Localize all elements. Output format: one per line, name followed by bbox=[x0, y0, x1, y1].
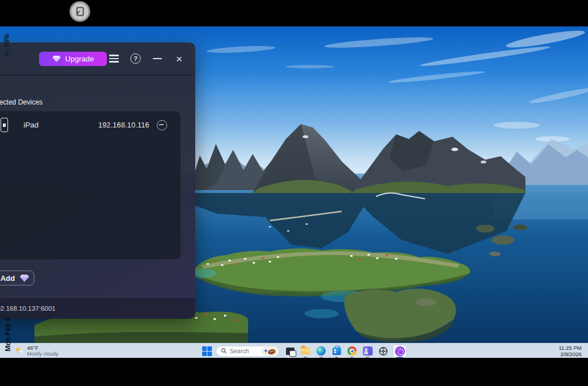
chrome-icon[interactable] bbox=[346, 345, 358, 357]
server-address-label: 192.168.10.137:6001 bbox=[0, 305, 56, 312]
screen-mirror-floating-button[interactable] bbox=[69, 1, 90, 22]
settings-icon[interactable] bbox=[377, 345, 389, 357]
file-explorer-icon[interactable] bbox=[300, 345, 311, 357]
help-icon: ? bbox=[130, 53, 141, 64]
rotated-battery-status: 79% bbox=[3, 28, 11, 63]
disconnect-device-button[interactable] bbox=[157, 120, 167, 130]
weather-temperature: 46°F bbox=[27, 345, 59, 351]
device-name: iPad bbox=[24, 121, 38, 129]
upgrade-button[interactable]: Upgrade bbox=[39, 52, 107, 66]
add-device-button[interactable]: Add bbox=[0, 271, 34, 285]
mirrored-desktop: 79% Mon Feb 9 Upgrade bbox=[0, 26, 588, 358]
search-input[interactable] bbox=[230, 348, 257, 354]
edge-browser-icon[interactable] bbox=[315, 345, 327, 357]
close-icon: × bbox=[176, 53, 182, 64]
start-button[interactable] bbox=[202, 346, 212, 356]
desktop-screenshot: 79% Mon Feb 9 Upgrade bbox=[0, 0, 588, 386]
football-icon bbox=[262, 347, 277, 356]
search-highlight-thumbnail[interactable] bbox=[262, 347, 277, 356]
screen-mirror-icon bbox=[74, 6, 86, 17]
device-ip: 192.168.10.116 bbox=[98, 121, 149, 129]
window-titlebar[interactable]: Upgrade ? × bbox=[0, 43, 195, 75]
help-button[interactable]: ? bbox=[129, 52, 142, 65]
minimize-icon bbox=[153, 58, 162, 59]
add-label: Add bbox=[1, 274, 15, 283]
wifi-icon bbox=[4, 50, 10, 57]
hamburger-icon bbox=[109, 55, 119, 62]
window-status-bar: 192.168.10.137:6001 bbox=[0, 298, 195, 319]
weather-icon bbox=[15, 347, 24, 355]
menu-button[interactable] bbox=[107, 52, 121, 65]
weather-widget[interactable]: 46°F Mostly cloudy bbox=[15, 345, 59, 357]
taskbar-icons bbox=[284, 345, 407, 358]
mirror-app-taskbar-icon[interactable] bbox=[393, 345, 407, 358]
tray-date: 2/8/2026 bbox=[559, 351, 582, 357]
rotated-date-label: Mon Feb 9 bbox=[4, 314, 12, 354]
letterbox-bottom bbox=[0, 358, 588, 386]
tablet-icon bbox=[1, 118, 8, 132]
device-row-ipad[interactable]: iPad 192.168.10.116 bbox=[0, 111, 180, 138]
search-icon bbox=[221, 348, 227, 354]
microsoft-store-icon[interactable] bbox=[331, 345, 342, 357]
close-button[interactable]: × bbox=[172, 52, 186, 65]
upgrade-label: Upgrade bbox=[65, 55, 94, 63]
teams-icon[interactable] bbox=[362, 345, 373, 357]
battery-percent-label: 79% bbox=[3, 33, 11, 47]
gem-icon bbox=[20, 274, 29, 283]
gem-icon bbox=[52, 55, 61, 63]
search-box[interactable] bbox=[216, 346, 279, 357]
minus-icon bbox=[159, 124, 164, 125]
device-list-panel: iPad 192.168.10.116 bbox=[0, 111, 181, 260]
tray-time: 11:25 PM bbox=[559, 345, 582, 351]
weather-condition: Mostly cloudy bbox=[27, 351, 59, 357]
system-tray-clock[interactable]: 11:25 PM 2/8/2026 bbox=[559, 345, 582, 357]
taskbar: 46°F Mostly cloudy bbox=[0, 343, 588, 358]
task-view-icon[interactable] bbox=[284, 345, 296, 357]
connected-devices-label: Connected Devices bbox=[0, 98, 195, 106]
minimize-button[interactable] bbox=[150, 52, 164, 65]
mirror-app-window: Upgrade ? × Connected bbox=[0, 43, 195, 319]
